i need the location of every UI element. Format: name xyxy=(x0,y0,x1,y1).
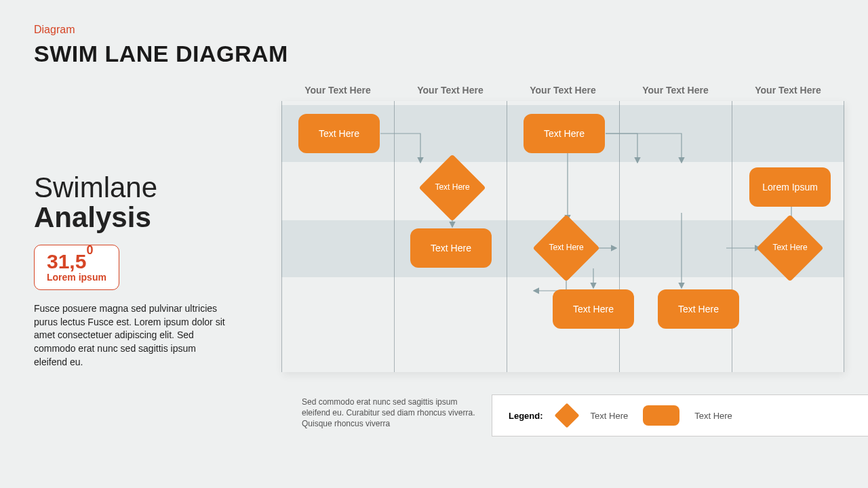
left-column: Swimlane Analysis 31,50 Lorem ipsum Fusc… xyxy=(34,173,237,369)
lane-divider xyxy=(507,101,507,372)
decision-node[interactable]: Text Here xyxy=(419,155,486,222)
analysis-heading-line2: Analysis xyxy=(34,201,151,233)
footnote-text: Sed commodo erat nunc sed sagittis ipsum… xyxy=(302,396,478,430)
lane-divider xyxy=(394,101,395,372)
stat-caption: Lorem ipsum xyxy=(47,272,106,283)
legend: Legend: Text Here Text Here xyxy=(492,394,868,436)
stat-pill: 31,50 Lorem ipsum xyxy=(34,245,119,290)
process-node[interactable]: Text Here xyxy=(524,114,605,153)
kicker-label: Diagram xyxy=(34,24,75,36)
column-header: Your Text Here xyxy=(732,85,844,96)
diamond-icon xyxy=(554,403,579,428)
body-copy: Fusce posuere magna sed pulvinar ultrici… xyxy=(34,302,231,369)
slide-title: SWIM LANE DIAGRAM xyxy=(34,41,288,67)
process-node[interactable]: Lorem Ipsum xyxy=(749,167,831,207)
column-header: Your Text Here xyxy=(619,85,732,96)
analysis-heading: Swimlane Analysis xyxy=(34,173,237,232)
lane-divider xyxy=(732,101,732,372)
column-header: Your Text Here xyxy=(394,85,507,96)
lane-divider xyxy=(281,101,282,372)
rect-icon xyxy=(643,405,679,426)
lane-divider xyxy=(844,101,844,372)
analysis-heading-line1: Swimlane xyxy=(34,171,157,203)
column-headers: Your Text Here Your Text Here Your Text … xyxy=(281,85,844,96)
lane-divider xyxy=(619,101,620,372)
process-node[interactable]: Text Here xyxy=(298,114,380,153)
legend-rect-label: Text Here xyxy=(694,411,732,421)
stat-value: 31,50 xyxy=(47,251,106,272)
process-node[interactable]: Text Here xyxy=(410,228,492,268)
process-node[interactable]: Text Here xyxy=(658,289,739,329)
process-node[interactable]: Text Here xyxy=(553,289,634,329)
swimlane-diagram: Your Text Here Your Text Here Your Text … xyxy=(281,85,844,376)
column-header: Your Text Here xyxy=(507,85,619,96)
legend-diamond-label: Text Here xyxy=(591,411,629,421)
lanes-area: Text Here Text Here Text Here Lorem Ipsu… xyxy=(281,101,844,372)
column-header: Your Text Here xyxy=(281,85,394,96)
legend-title: Legend: xyxy=(509,411,543,421)
